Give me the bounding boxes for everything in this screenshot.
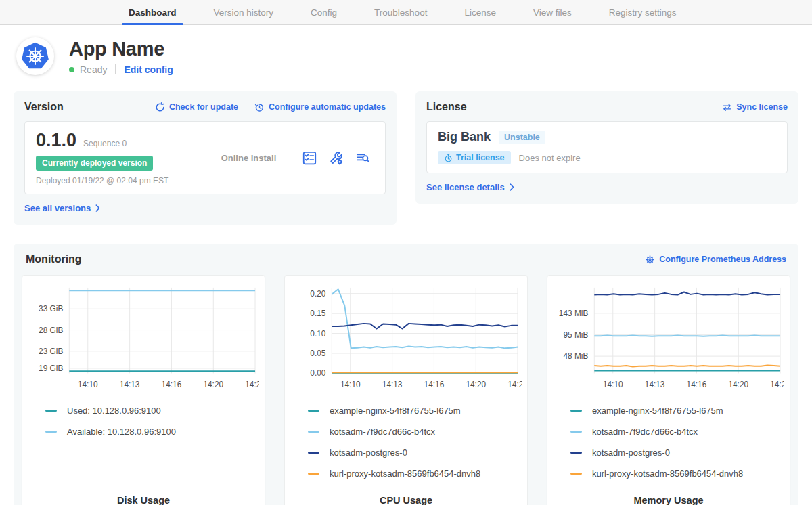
- legend-color-dash: [570, 452, 582, 454]
- license-card: License Sync license Big Bank Unstable: [415, 91, 798, 204]
- sync-arrows-icon: [722, 103, 732, 112]
- y-axis-tick-label: 23 GiB: [39, 347, 63, 356]
- install-type-label: Online Install: [221, 153, 277, 163]
- legend-color-dash: [308, 473, 319, 475]
- chart-legend: Used: 10.128.0.96:9100Available: 10.128.…: [28, 405, 259, 447]
- chart-title: Memory Usage: [553, 489, 784, 505]
- trial-license-label: Trial license: [456, 153, 505, 162]
- legend-label: kurl-proxy-kotsadm-8569fb6454-dnvh8: [592, 468, 743, 479]
- x-axis-tick-label: 14:20: [203, 380, 223, 389]
- chevron-right-icon: [95, 204, 100, 212]
- legend-item: kotsadm-postgres-0: [570, 447, 784, 458]
- y-axis-tick-label: 0.15: [310, 309, 325, 318]
- trial-license-badge: Trial license: [438, 151, 511, 164]
- legend-label: kotsadm-7f9dc7d66c-b4tcx: [592, 426, 698, 437]
- kubernetes-icon: [20, 41, 51, 72]
- chart-plot: 14:1014:1314:1614:2014:2348 MiB95 MiB143…: [553, 282, 784, 395]
- chart-plot: 14:1014:1314:1614:2014:2319 GiB23 GiB28 …: [28, 282, 259, 395]
- tab-view-files[interactable]: View files: [533, 0, 572, 24]
- x-axis-tick-label: 14:23: [245, 380, 259, 389]
- y-axis-tick-label: 95 MiB: [563, 330, 588, 340]
- legend-label: Available: 10.128.0.96:9100: [67, 426, 176, 437]
- configure-prometheus-label: Configure Prometheus Address: [659, 255, 786, 264]
- version-card: Version Check for update: [14, 91, 397, 225]
- see-all-versions-link[interactable]: See all versions: [24, 203, 100, 213]
- tab-label: Config: [311, 7, 337, 18]
- legend-color-dash: [308, 452, 319, 454]
- stopwatch-icon: [444, 154, 453, 162]
- x-axis-tick-label: 14:10: [340, 380, 361, 389]
- chevron-right-icon: [510, 183, 514, 191]
- version-card-title: Version: [24, 101, 64, 113]
- tab-license[interactable]: License: [464, 0, 496, 24]
- logs-magnifier-icon: [355, 151, 370, 165]
- legend-label: example-nginx-54f8f76755-l675m: [330, 405, 461, 416]
- y-axis-tick-label: 48 MiB: [563, 351, 588, 361]
- divider: [115, 64, 116, 74]
- y-axis-tick-label: 0.00: [310, 368, 325, 378]
- schedule-icon: [254, 102, 265, 112]
- preflight-checks-button[interactable]: [302, 151, 317, 165]
- sequence-label: Sequence 0: [83, 139, 127, 148]
- tab-config[interactable]: Config: [311, 0, 337, 24]
- x-axis-tick-label: 14:10: [78, 380, 98, 389]
- tab-label: Registry settings: [609, 7, 677, 18]
- tab-dashboard[interactable]: Dashboard: [129, 0, 177, 24]
- legend-label: kotsadm-7f9dc7d66c-b4tcx: [330, 426, 435, 437]
- tab-label: Version history: [214, 7, 274, 18]
- y-axis-tick-label: 0.10: [310, 329, 325, 338]
- configure-prometheus-button[interactable]: Configure Prometheus Address: [645, 255, 786, 265]
- y-axis-tick-label: 33 GiB: [39, 304, 63, 313]
- tab-version-history[interactable]: Version history: [214, 0, 274, 24]
- x-axis-tick-label: 14:20: [466, 380, 486, 389]
- legend-color-dash: [45, 431, 57, 433]
- chart-legend: example-nginx-54f8f76755-l675mkotsadm-7f…: [553, 405, 784, 489]
- y-axis-tick-label: 28 GiB: [39, 326, 63, 335]
- monitoring-title: Monitoring: [26, 253, 82, 265]
- tab-troubleshoot[interactable]: Troubleshoot: [374, 0, 427, 24]
- legend-color-dash: [308, 410, 319, 412]
- view-deploy-logs-button[interactable]: [355, 151, 370, 165]
- memory-usage-chart: 14:1014:1314:1614:2014:2348 MiB95 MiB143…: [547, 275, 790, 505]
- channel-badge: Unstable: [499, 131, 545, 144]
- configure-automatic-updates-button[interactable]: Configure automatic updates: [254, 102, 386, 112]
- chart-title: CPU Usage: [290, 489, 522, 505]
- sync-license-label: Sync license: [736, 102, 788, 112]
- see-license-details-label: See license details: [426, 182, 505, 192]
- chart-title: Disk Usage: [28, 489, 259, 505]
- legend-item: kurl-proxy-kotsadm-8569fb6454-dnvh8: [570, 468, 784, 479]
- y-axis-tick-label: 19 GiB: [39, 364, 63, 373]
- version-number: 0.1.0: [36, 130, 76, 151]
- legend-item: example-nginx-54f8f76755-l675m: [308, 405, 522, 416]
- legend-item: kurl-proxy-kotsadm-8569fb6454-dnvh8: [308, 468, 522, 479]
- gear-icon: [645, 255, 655, 265]
- check-for-update-label: Check for update: [169, 102, 238, 112]
- chart-legend: example-nginx-54f8f76755-l675mkotsadm-7f…: [290, 405, 522, 489]
- sync-license-button[interactable]: Sync license: [722, 102, 788, 112]
- tab-registry-settings[interactable]: Registry settings: [609, 0, 677, 24]
- edit-config-link[interactable]: Edit config: [124, 64, 173, 75]
- app-logo: [16, 37, 54, 75]
- legend-color-dash: [45, 410, 57, 412]
- x-axis-tick-label: 14:13: [645, 380, 665, 389]
- legend-item: example-nginx-54f8f76755-l675m: [570, 405, 784, 416]
- see-license-details-link[interactable]: See license details: [426, 182, 514, 192]
- check-for-update-button[interactable]: Check for update: [155, 102, 238, 112]
- top-nav: Dashboard Version history Config Trouble…: [0, 0, 812, 25]
- license-card-title: License: [426, 101, 467, 113]
- license-details-box: Big Bank Unstable Trial license: [426, 121, 788, 173]
- legend-item: kotsadm-7f9dc7d66c-b4tcx: [308, 426, 522, 437]
- preflight-checklist-icon: [302, 151, 317, 165]
- edit-config-button[interactable]: [329, 151, 343, 165]
- tab-label: Troubleshoot: [374, 7, 427, 18]
- tab-label: Dashboard: [129, 7, 177, 18]
- app-header: App Name Ready Edit config: [16, 37, 798, 75]
- x-axis-tick-label: 14:10: [603, 380, 623, 389]
- deployed-badge: Currently deployed version: [36, 156, 153, 171]
- configure-automatic-updates-label: Configure automatic updates: [269, 102, 386, 112]
- tab-label: License: [464, 7, 496, 18]
- tab-label: View files: [533, 7, 572, 18]
- legend-label: kurl-proxy-kotsadm-8569fb6454-dnvh8: [330, 468, 480, 479]
- page-title: App Name: [69, 38, 173, 60]
- monitoring-section: Monitoring Configur: [14, 244, 798, 505]
